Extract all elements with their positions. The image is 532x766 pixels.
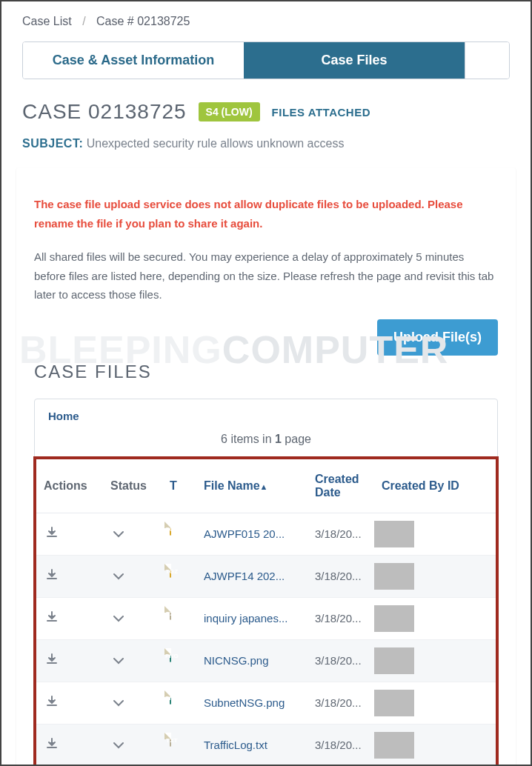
created-by-redacted (374, 732, 414, 759)
status-dropdown-icon[interactable] (110, 696, 127, 709)
download-icon[interactable] (44, 696, 60, 710)
col-created-by[interactable]: Created By ID (374, 459, 496, 513)
created-by-redacted (374, 563, 414, 590)
file-name-link[interactable]: AJWPF015 20... (196, 513, 307, 555)
file-date: 3/18/20... (307, 724, 374, 766)
page-title: CASE 02138725 (22, 100, 187, 124)
file-type-icon: TGZ (170, 522, 189, 546)
sort-asc-icon: ▲ (260, 482, 268, 490)
breadcrumb-current: Case # 02138725 (96, 15, 190, 27)
download-icon[interactable] (44, 653, 60, 667)
tab-case-files[interactable]: Case Files (244, 42, 465, 79)
file-type-icon: PNG (170, 649, 189, 673)
file-table-highlight: Actions Status T File Name▲ Created Date… (33, 456, 499, 767)
subject-text: Unexpected security rule allows unknown … (87, 137, 345, 150)
download-icon[interactable] (44, 611, 60, 625)
file-name-link[interactable]: TrafficLog.txt (196, 724, 307, 766)
case-files-heading: CASE FILES (34, 362, 498, 382)
case-subject: SUBJECT: Unexpected security rule allows… (1, 130, 531, 168)
file-container: Home 6 items in 1 page Actions Status T … (34, 399, 498, 767)
status-dropdown-icon[interactable] (110, 527, 127, 540)
table-row: TXTinquiry japanes...3/18/20... (36, 597, 496, 639)
tab-overflow (465, 42, 509, 79)
files-panel: The case file upload service does not al… (16, 168, 516, 766)
col-status: Status (103, 459, 162, 513)
status-dropdown-icon[interactable] (110, 570, 127, 582)
breadcrumb-separator: / (82, 15, 85, 27)
download-icon[interactable] (44, 527, 60, 541)
col-filename[interactable]: File Name▲ (196, 459, 307, 513)
table-row: PNGSubnetNSG.png3/18/20... (36, 682, 496, 724)
upload-info: All shared files will be secured. You ma… (34, 247, 498, 304)
table-row: TGZAJWPF14 202...3/18/20... (36, 555, 496, 597)
file-name-link[interactable]: inquiry japanes... (196, 597, 307, 639)
file-date: 3/18/20... (307, 597, 374, 639)
file-type-icon: PNG (170, 691, 189, 715)
download-icon[interactable] (44, 738, 60, 752)
col-type[interactable]: T (162, 459, 196, 513)
status-dropdown-icon[interactable] (110, 612, 127, 625)
created-by-redacted (374, 521, 414, 547)
file-name-link[interactable]: SubnetNSG.png (196, 682, 307, 724)
file-date: 3/18/20... (307, 639, 374, 682)
breadcrumb: Case List / Case # 02138725 (1, 1, 531, 41)
file-date: 3/18/20... (307, 555, 374, 597)
duplicate-warning: The case file upload service does not al… (34, 195, 498, 233)
file-type-icon: TXT (170, 733, 189, 757)
upload-button[interactable]: Upload File(s) (377, 319, 498, 356)
created-by-redacted (374, 605, 414, 632)
table-row: TGZAJWPF015 20...3/18/20... (36, 513, 496, 555)
file-table: Actions Status T File Name▲ Created Date… (36, 459, 496, 767)
file-type-icon: TGZ (170, 564, 189, 588)
action-row: Upload File(s) (34, 319, 498, 356)
tab-case-info[interactable]: Case & Asset Information (23, 42, 244, 79)
file-date: 3/18/20... (307, 682, 374, 724)
col-actions: Actions (36, 459, 103, 513)
table-row: TXTTrafficLog.txt3/18/20... (36, 724, 496, 766)
col-created-date[interactable]: Created Date (307, 459, 374, 513)
severity-badge: S4 (LOW) (199, 102, 260, 121)
status-dropdown-icon[interactable] (110, 739, 127, 751)
files-attached-label: FILES ATTACHED (272, 106, 370, 119)
created-by-redacted (374, 690, 414, 716)
file-nav-home[interactable]: Home (35, 399, 497, 427)
created-by-redacted (374, 647, 414, 674)
status-dropdown-icon[interactable] (110, 654, 127, 667)
table-row: PNGNICNSG.png3/18/20... (36, 639, 496, 682)
subject-label: SUBJECT: (22, 137, 83, 150)
file-type-icon: TXT (170, 607, 189, 630)
download-icon[interactable] (44, 569, 60, 583)
breadcrumb-root-link[interactable]: Case List (22, 15, 72, 27)
tab-bar: Case & Asset Information Case Files (22, 41, 510, 79)
pager-top: 6 items in 1 page (35, 427, 497, 456)
file-date: 3/18/20... (307, 513, 374, 555)
file-name-link[interactable]: NICNSG.png (196, 639, 307, 682)
file-name-link[interactable]: AJWPF14 202... (196, 555, 307, 597)
case-header: CASE 02138725 S4 (LOW) FILES ATTACHED (1, 79, 531, 130)
